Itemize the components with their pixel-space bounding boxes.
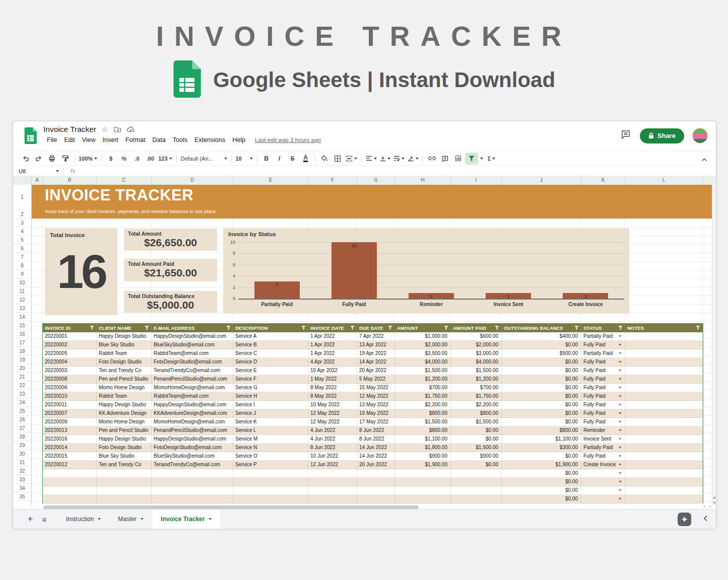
- dropdown-arrow-icon[interactable]: [619, 438, 622, 440]
- status-dropdown[interactable]: [581, 495, 625, 503]
- row-header-8[interactable]: 8: [13, 261, 31, 270]
- filter-icon[interactable]: [495, 326, 499, 330]
- column-outstanding-balance[interactable]: OUTSTANDING BALANCE: [502, 323, 581, 332]
- column-header-D[interactable]: D: [152, 176, 233, 185]
- tab-instruction[interactable]: Instruction: [57, 510, 109, 529]
- row-header-12[interactable]: 12: [13, 296, 31, 304]
- row-header-9[interactable]: 9: [13, 270, 31, 278]
- borders-icon[interactable]: [331, 153, 344, 165]
- dropdown-arrow-icon[interactable]: [619, 481, 622, 483]
- row-header-4[interactable]: 4: [13, 227, 31, 236]
- dropdown-arrow-icon[interactable]: [619, 344, 622, 346]
- paint-format-icon[interactable]: [58, 153, 72, 165]
- all-sheets-icon[interactable]: ≡: [38, 515, 50, 524]
- filter-icon[interactable]: [465, 153, 478, 165]
- row-header-7[interactable]: 7: [13, 253, 31, 261]
- status-dropdown[interactable]: [581, 478, 625, 486]
- row-header-1[interactable]: 1: [13, 185, 31, 210]
- dropdown-arrow-icon[interactable]: [619, 447, 622, 449]
- print-icon[interactable]: [45, 153, 58, 165]
- filter-icon[interactable]: [696, 326, 700, 330]
- status-dropdown[interactable]: Fully Paid: [581, 409, 625, 418]
- column-due-date[interactable]: DUE DATE: [357, 323, 395, 332]
- last-edit-link[interactable]: Last edit was 3 hours ago: [255, 137, 321, 143]
- row-header-16[interactable]: 16: [13, 330, 31, 338]
- dropdown-arrow-icon[interactable]: [619, 489, 622, 491]
- dropdown-arrow-icon[interactable]: [619, 421, 622, 423]
- row-header-25[interactable]: 25: [13, 407, 31, 415]
- row-header-3[interactable]: 3: [13, 219, 31, 227]
- vertical-align-icon[interactable]: [378, 153, 392, 165]
- row-header-34[interactable]: 34: [13, 484, 31, 492]
- insert-comment-icon[interactable]: [439, 153, 452, 165]
- text-rotate-icon[interactable]: [406, 153, 420, 165]
- dropdown-arrow-icon[interactable]: [619, 455, 622, 457]
- functions-icon[interactable]: Σ: [485, 153, 498, 165]
- menu-edit[interactable]: Edit: [60, 135, 79, 144]
- tab-invoice-tracker[interactable]: Invoice Tracker: [152, 510, 220, 529]
- column-invoice-date[interactable]: INVOICE DATE: [308, 323, 357, 332]
- currency-format-button[interactable]: $: [104, 153, 117, 165]
- dropdown-arrow-icon[interactable]: [619, 378, 622, 380]
- row-header-30[interactable]: 30: [13, 450, 31, 458]
- dropdown-arrow-icon[interactable]: [619, 395, 622, 397]
- dropdown-arrow-icon[interactable]: [619, 335, 622, 337]
- status-dropdown[interactable]: Create Invoice: [581, 461, 625, 469]
- merge-cells-icon[interactable]: [344, 153, 359, 165]
- text-color-button[interactable]: A: [299, 153, 312, 165]
- row-header-24[interactable]: 24: [13, 398, 31, 407]
- row-header-27[interactable]: 27: [13, 424, 31, 432]
- invoice-status-chart[interactable]: Invoice by Status 02468103Partially Paid…: [223, 228, 629, 314]
- status-dropdown[interactable]: Invoice Sent: [581, 435, 625, 444]
- filter-icon[interactable]: [145, 326, 149, 330]
- row-header-15[interactable]: 15: [13, 321, 31, 330]
- sheets-logo-icon[interactable]: [24, 127, 37, 146]
- vertical-scrollbar[interactable]: [712, 185, 716, 505]
- column-header-J[interactable]: J: [502, 176, 581, 185]
- total-outstanding-card[interactable]: Total Outstanding Balance $5,000.00: [124, 291, 217, 313]
- menu-tools[interactable]: Tools: [169, 135, 191, 144]
- sheet-banner[interactable]: INVOICE TRACKER Keep track of your clien…: [31, 185, 712, 219]
- column-invoice-id[interactable]: INVOICE ID: [43, 323, 97, 332]
- row-header-10[interactable]: 10: [13, 278, 31, 287]
- column-description[interactable]: DESCRIPTION: [233, 323, 308, 332]
- status-dropdown[interactable]: Fully Paid: [581, 452, 625, 461]
- dropdown-arrow-icon[interactable]: [619, 429, 622, 431]
- filter-icon[interactable]: [388, 326, 392, 330]
- font-select[interactable]: Default (Ari...: [179, 153, 229, 165]
- dropdown-arrow-icon[interactable]: [619, 404, 622, 406]
- dropdown-arrow-icon[interactable]: [619, 412, 622, 414]
- row-header-23[interactable]: 23: [13, 390, 31, 398]
- row-header-2[interactable]: 2: [13, 210, 31, 219]
- dropdown-arrow-icon[interactable]: [619, 498, 622, 500]
- document-title[interactable]: Invoice Tracker: [43, 125, 96, 134]
- row-header-32[interactable]: 32: [13, 467, 31, 475]
- name-box[interactable]: U8: [13, 168, 63, 174]
- collapse-toolbar-icon[interactable]: [698, 154, 711, 166]
- row-header-33[interactable]: 33: [13, 475, 31, 484]
- status-dropdown[interactable]: Fully Paid: [581, 358, 625, 367]
- filter-icon[interactable]: [618, 326, 623, 330]
- bold-button[interactable]: B: [260, 153, 273, 165]
- row-header-18[interactable]: 18: [13, 347, 31, 355]
- column-client-name[interactable]: CLIENT NAME: [97, 323, 152, 332]
- star-icon[interactable]: ☆: [102, 126, 108, 133]
- row-header-14[interactable]: 14: [13, 313, 31, 321]
- scroll-down-icon[interactable]: [712, 500, 716, 505]
- column-header-L[interactable]: L: [625, 176, 703, 185]
- chevron-left-icon[interactable]: [703, 515, 708, 524]
- row-header-21[interactable]: 21: [13, 373, 31, 381]
- dropdown-arrow-icon[interactable]: [619, 472, 622, 474]
- row-header-11[interactable]: 11: [13, 287, 31, 296]
- row-header-5[interactable]: 5: [13, 236, 31, 244]
- row-header-13[interactable]: 13: [13, 304, 31, 313]
- strikethrough-button[interactable]: S: [286, 153, 299, 165]
- scroll-right-icon[interactable]: ›: [709, 503, 711, 509]
- status-dropdown[interactable]: Fully Paid: [581, 375, 625, 384]
- scroll-left-icon[interactable]: ‹: [703, 503, 705, 509]
- status-dropdown[interactable]: Partially Paid: [581, 444, 625, 452]
- row-header-22[interactable]: 22: [13, 381, 31, 390]
- status-dropdown[interactable]: Fully Paid: [581, 341, 625, 349]
- horizontal-scrollbar[interactable]: [43, 505, 419, 509]
- move-folder-icon[interactable]: [114, 126, 121, 132]
